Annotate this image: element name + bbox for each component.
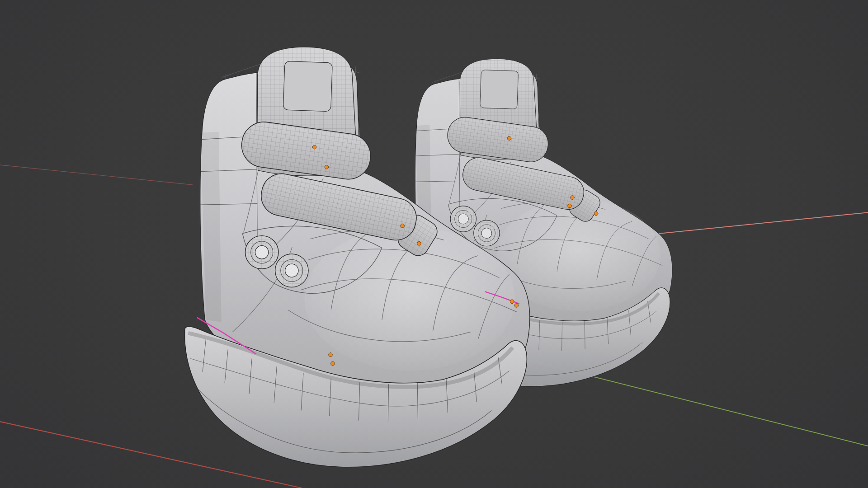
x-axis-line-far — [0, 165, 193, 185]
vertex-dot[interactable] — [507, 136, 511, 141]
vertex-dot[interactable] — [571, 196, 575, 200]
vertex-dot[interactable] — [417, 241, 421, 245]
vertex-dot[interactable] — [568, 204, 572, 208]
vertex-dot[interactable] — [510, 300, 514, 304]
vertex-dot[interactable] — [401, 224, 405, 228]
vertex-dot[interactable] — [329, 353, 333, 357]
3d-viewport[interactable] — [0, 0, 868, 488]
vertex-dot[interactable] — [312, 145, 316, 149]
viewport-canvas[interactable] — [0, 0, 868, 488]
vertex-dot[interactable] — [514, 304, 519, 308]
vertex-dot[interactable] — [331, 361, 335, 366]
vertex-dot[interactable] — [594, 211, 598, 216]
vertex-dot[interactable] — [325, 165, 329, 169]
